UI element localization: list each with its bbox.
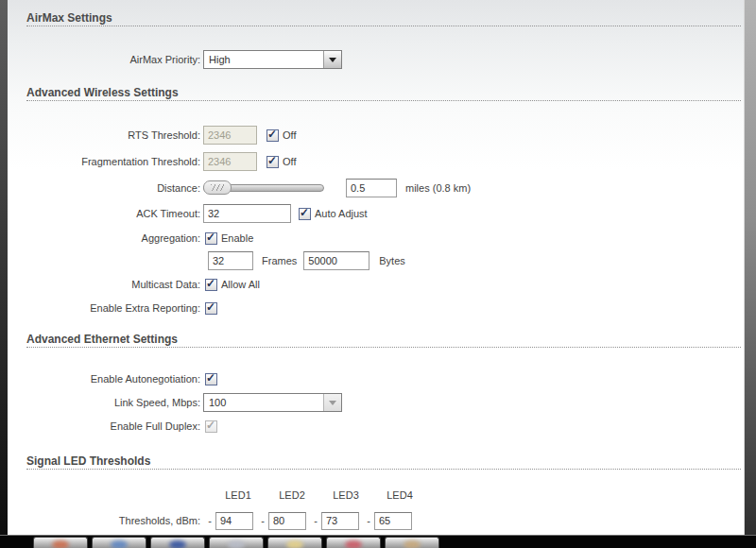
form-row-multicast-data: Multicast Data: Allow All [8,278,744,291]
distance-unit-label: miles (0.8 km) [405,182,471,194]
airmax-priority-select[interactable]: High [203,50,342,69]
autonegotiation-checkbox[interactable] [205,373,217,385]
taskbar-button[interactable] [33,537,88,548]
minus-sign: - [257,515,268,526]
link-speed-label: Link Speed, Mbps: [8,397,200,408]
fragmentation-threshold-input[interactable] [203,152,257,171]
aggregation-frames-input[interactable] [208,251,253,270]
taskbar-button[interactable] [92,537,146,548]
chevron-down-icon[interactable] [323,51,341,68]
app-icon [111,540,128,548]
checkmark-icon [206,231,215,244]
multicast-allow-all-label: Allow All [221,279,260,290]
distance-slider[interactable] [203,180,324,195]
autonegotiation-label: Enable Autonegotiation: [8,373,200,385]
airmax-priority-label: AirMax Priority: [8,54,200,65]
taskbar-button[interactable] [209,537,264,548]
settings-form: AirMax Settings AirMax Priority: High Ad… [8,0,744,535]
link-speed-value: 100 [209,397,226,408]
taskbar-button[interactable] [150,537,205,548]
airos-advanced-settings-page: AirMax Settings AirMax Priority: High Ad… [0,0,756,548]
form-row-full-duplex: Enable Full Duplex: [8,420,744,433]
taskbar [0,535,756,548]
section-title-advanced-ethernet: Advanced Ethernet Settings [26,333,741,348]
multicast-allow-all-checkbox[interactable] [205,279,217,291]
full-duplex-checkbox [205,420,217,433]
bytes-label: Bytes [379,255,405,266]
distance-input[interactable] [346,179,397,197]
grip-icon [211,184,224,191]
checkmark-icon [206,371,215,385]
form-row-distance: Distance: miles (0.8 km) [8,178,744,197]
fragmentation-off-label: Off [283,156,296,167]
rts-off-checkbox[interactable] [266,129,279,142]
led-header-row: LED1 LED2 LED3 LED4 [8,489,744,501]
form-row-autonegotiation: Enable Autonegotiation: [8,372,744,385]
aggregation-enable-checkbox[interactable] [205,232,217,245]
checkmark-icon [300,206,309,219]
led4-threshold-input[interactable] [374,512,412,530]
minus-sign: - [204,515,215,526]
app-icon [228,540,245,548]
form-row-link-speed: Link Speed, Mbps: 100 [8,393,744,412]
link-speed-select[interactable]: 100 [203,393,342,412]
thresholds-dbm-label: Thresholds, dBm: [8,515,200,526]
taskbar-button[interactable] [267,537,322,548]
ack-timeout-input[interactable] [203,204,291,223]
aggregation-enable-label: Enable [221,232,253,244]
app-icon [52,540,69,548]
section-title-advanced-wireless: Advanced Wireless Settings [26,86,741,101]
form-row-airmax-priority: AirMax Priority: High [8,49,744,70]
led3-column-header: LED3 [327,489,365,501]
checkmark-icon [206,300,215,314]
frames-label: Frames [262,255,297,266]
distance-label: Distance: [8,182,200,194]
checkmark-icon [206,419,215,432]
app-icon [404,540,421,548]
taskbar-button[interactable] [326,537,381,548]
ack-auto-adjust-label: Auto Adjust [315,208,368,219]
led2-column-header: LED2 [273,489,311,501]
rts-threshold-input[interactable] [203,126,257,145]
led2-threshold-input[interactable] [268,512,306,530]
ack-timeout-label: ACK Timeout: [8,208,200,219]
led1-threshold-input[interactable] [215,512,253,530]
app-icon [169,540,186,548]
left-edge [0,0,8,548]
led1-column-header: LED1 [219,489,257,501]
taskbar-button[interactable] [385,537,439,548]
fragmentation-threshold-label: Fragmentation Threshold: [8,156,200,167]
aggregation-label: Aggregation: [8,232,200,244]
full-duplex-label: Enable Full Duplex: [8,420,200,432]
minus-sign: - [363,515,374,526]
extra-reporting-label: Enable Extra Reporting: [8,302,200,314]
checkmark-icon [206,277,215,290]
aggregation-bytes-input[interactable] [303,251,369,270]
led3-threshold-input[interactable] [321,512,359,530]
checkmark-icon [267,128,277,141]
chevron-down-icon [323,394,341,411]
rts-off-label: Off [283,129,296,141]
slider-thumb[interactable] [203,180,232,195]
app-icon [345,540,362,548]
form-row-rts-threshold: RTS Threshold: Off [8,126,744,145]
app-icon [286,540,303,548]
ack-auto-adjust-checkbox[interactable] [299,208,311,220]
extra-reporting-checkbox[interactable] [205,302,217,315]
fragmentation-off-checkbox[interactable] [266,156,279,168]
section-title-signal-led: Signal LED Thresholds [26,454,741,470]
form-row-aggregation-values: Frames Bytes [8,251,744,270]
rts-threshold-label: RTS Threshold: [8,129,200,141]
form-row-fragmentation-threshold: Fragmentation Threshold: Off [8,152,744,171]
right-edge-scroll-area[interactable] [744,0,756,548]
form-row-ack-timeout: ACK Timeout: Auto Adjust [8,204,744,223]
form-row-led-thresholds: Thresholds, dBm: - - - - [8,511,744,530]
multicast-data-label: Multicast Data: [8,279,200,290]
checkmark-icon [267,154,277,167]
form-row-aggregation: Aggregation: Enable [8,231,744,245]
led4-column-header: LED4 [381,489,419,501]
form-row-extra-reporting: Enable Extra Reporting: [8,301,744,315]
minus-sign: - [310,515,321,526]
airmax-priority-value: High [209,54,231,65]
section-title-airmax-settings: AirMax Settings [26,11,741,26]
